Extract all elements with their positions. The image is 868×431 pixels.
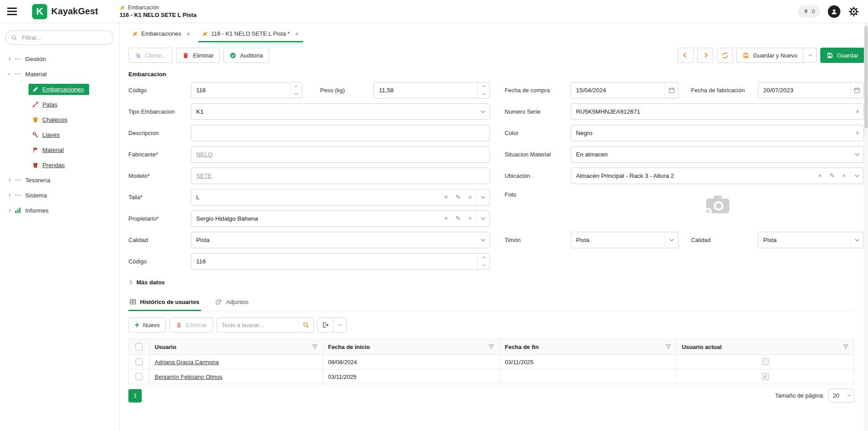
number-spinner[interactable]: [477, 254, 490, 269]
sidebar-item-material[interactable]: Material: [5, 66, 114, 82]
peso-input[interactable]: 11,58: [374, 82, 490, 99]
close-icon[interactable]: ×: [295, 31, 299, 37]
clear-icon[interactable]: ×: [814, 168, 826, 184]
clear-icon[interactable]: ×: [852, 125, 864, 141]
add-plus-icon[interactable]: +: [464, 211, 476, 226]
table-row[interactable]: Adriana Gracia Carmona 08/08/2024 03/11/…: [129, 355, 854, 369]
close-icon[interactable]: ×: [187, 31, 190, 37]
next-record-button[interactable]: [697, 48, 713, 63]
usuario-link[interactable]: Benjamín Feliciano Olmos: [155, 374, 222, 380]
user-menu-button[interactable]: [828, 5, 840, 18]
filter-funnel-icon[interactable]: [312, 344, 318, 350]
codigo-input[interactable]: 116: [191, 82, 302, 99]
tab-current-record[interactable]: 116 - K1 NELO SETE L Pista * ×: [198, 30, 304, 42]
fabricante-input[interactable]: NELO: [191, 146, 490, 163]
save-and-new-button[interactable]: Guardar y Nuevo: [736, 48, 803, 63]
notifications-button[interactable]: 0: [798, 6, 820, 17]
calidad2-select[interactable]: Pista: [758, 232, 864, 248]
filter-funnel-icon[interactable]: [665, 344, 671, 350]
sidebar-item-chalecos[interactable]: Chalecos: [5, 112, 114, 127]
chevron-down-icon[interactable]: [850, 232, 864, 248]
clear-icon[interactable]: ×: [852, 104, 864, 119]
search-button[interactable]: [298, 318, 313, 332]
hamburger-menu-button[interactable]: [7, 5, 21, 18]
edit-pencil-icon[interactable]: ✎: [452, 211, 464, 226]
delete-button[interactable]: Eliminar: [176, 48, 220, 63]
chevron-down-icon[interactable]: [850, 168, 864, 184]
number-spinner[interactable]: [477, 82, 490, 98]
ubicacion-lookup[interactable]: Almacén Principal - Rack 3 - Altura 2 × …: [571, 168, 864, 184]
edit-pencil-icon[interactable]: ✎: [452, 189, 464, 205]
export-options-dropdown[interactable]: [333, 317, 347, 332]
calendar-icon[interactable]: [665, 82, 678, 98]
clone-button[interactable]: Clonar...: [128, 48, 173, 63]
modelo-value-link[interactable]: SETE: [191, 172, 490, 179]
color-input[interactable]: Negro ×: [571, 125, 864, 141]
refresh-button[interactable]: [717, 48, 733, 63]
table-row[interactable]: Benjamín Feliciano Olmos 03/11/2025 ✓: [129, 369, 854, 384]
vertical-scrollbar[interactable]: [864, 23, 868, 431]
filter-funnel-icon[interactable]: [843, 344, 849, 350]
fabricante-value-link[interactable]: NELO: [191, 151, 490, 158]
sidebar-item-gestion[interactable]: Gestión: [5, 51, 114, 66]
delete-row-button[interactable]: Eliminar: [169, 317, 213, 332]
sidebar-item-palas[interactable]: Palas: [5, 97, 114, 112]
sidebar-item-llaves[interactable]: Llaves: [5, 127, 114, 142]
page-size-select[interactable]: 20: [828, 389, 854, 402]
settings-button[interactable]: [848, 6, 859, 17]
tipo-embarcacion-select[interactable]: K1: [191, 103, 490, 120]
select-all-checkbox[interactable]: [136, 343, 143, 350]
chevron-down-icon[interactable]: [476, 104, 490, 119]
new-row-button[interactable]: + Nuevo: [128, 317, 166, 332]
chevron-down-icon[interactable]: [476, 211, 490, 226]
clear-icon[interactable]: ×: [440, 189, 452, 205]
descripcion-text-input[interactable]: [191, 130, 490, 136]
chevron-down-icon[interactable]: [665, 232, 678, 248]
chevron-down-icon[interactable]: [476, 232, 490, 248]
sidebar-item-sistema[interactable]: Sistema: [5, 188, 114, 203]
row-checkbox[interactable]: [136, 373, 143, 380]
sidebar-item-tesoreria[interactable]: Tesorería: [5, 172, 114, 188]
calendar-icon[interactable]: [850, 82, 864, 98]
previous-record-button[interactable]: [678, 48, 694, 63]
add-plus-icon[interactable]: +: [464, 189, 476, 205]
numero-serie-input[interactable]: RU5K5MHNJEA912671 ×: [571, 103, 864, 120]
table-search-input[interactable]: [217, 322, 298, 328]
save-options-dropdown[interactable]: [803, 48, 817, 63]
mas-datos-expander[interactable]: Más datos: [128, 279, 868, 286]
clear-icon[interactable]: ×: [440, 211, 452, 226]
edit-pencil-icon[interactable]: ✎: [826, 168, 838, 184]
usuario-link[interactable]: Adriana Gracia Carmona: [155, 359, 219, 365]
fecha-fabricacion-datepicker[interactable]: 20/07/2023: [758, 82, 864, 99]
tab-embarcaciones[interactable]: Embarcaciones ×: [128, 30, 195, 42]
situacion-material-select[interactable]: En almacen: [571, 146, 864, 163]
descripcion-input[interactable]: [191, 125, 490, 141]
talla-lookup[interactable]: L × ✎ +: [191, 189, 490, 205]
page-1-button[interactable]: 1: [128, 389, 142, 402]
add-plus-icon[interactable]: +: [838, 168, 850, 184]
foto-upload-area[interactable]: [571, 191, 864, 216]
propietario-lookup[interactable]: Sergio Hidalgo Bahena × ✎ +: [191, 210, 490, 227]
save-button[interactable]: Guardar: [820, 48, 864, 63]
export-button[interactable]: [317, 317, 333, 332]
chevron-down-icon[interactable]: [850, 147, 864, 162]
modelo-input[interactable]: SETE: [191, 168, 490, 184]
scrollbar-thumb[interactable]: [864, 26, 868, 128]
chevron-down-icon[interactable]: [476, 189, 490, 205]
tab-historico-usuarios[interactable]: Histórico de usuarios: [128, 298, 201, 311]
tab-adjuntos[interactable]: Adjuntos: [214, 298, 251, 311]
fecha-compra-datepicker[interactable]: 15/04/2024: [571, 82, 679, 99]
sidebar-filter-input[interactable]: [21, 34, 108, 41]
codigo2-input[interactable]: 116: [191, 253, 490, 270]
sidebar-item-prendas[interactable]: Prendas: [5, 157, 114, 172]
row-checkbox[interactable]: [136, 358, 143, 365]
number-spinner[interactable]: [290, 82, 302, 98]
calidad-select[interactable]: Pista: [191, 232, 490, 248]
sidebar-item-material-child[interactable]: Material: [5, 142, 114, 157]
timon-select[interactable]: Pista: [571, 232, 679, 248]
sidebar-item-informes[interactable]: Informes: [5, 203, 114, 218]
app-logo[interactable]: K KayakGest: [32, 4, 98, 19]
filter-funnel-icon[interactable]: [488, 344, 494, 350]
audit-button[interactable]: Auditoria: [223, 48, 269, 63]
sidebar-item-embarcaciones[interactable]: Embarcaciones: [5, 82, 114, 97]
